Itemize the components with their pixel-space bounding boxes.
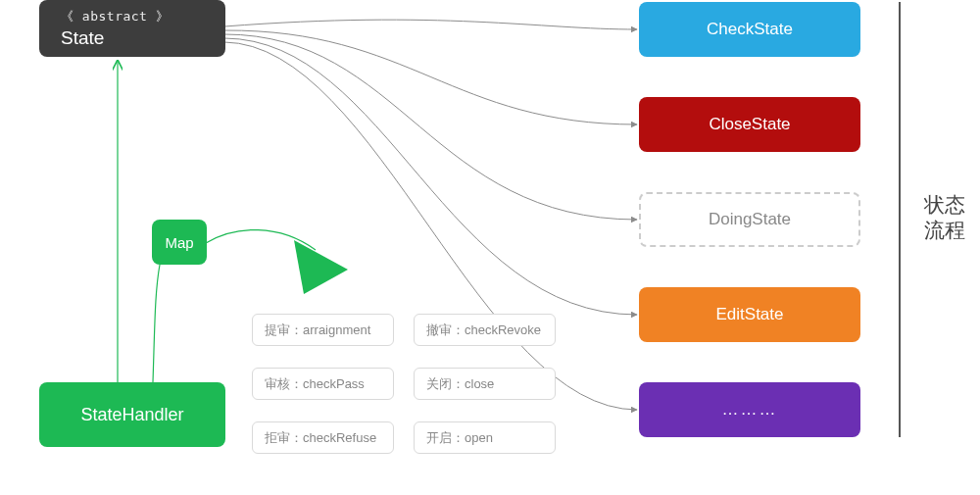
state-handler-label: StateHandler bbox=[80, 405, 183, 425]
method-pill-checkrefuse: 拒审：checkRefuse bbox=[252, 421, 394, 454]
method-en: checkPass bbox=[303, 376, 365, 391]
method-en: close bbox=[465, 376, 494, 391]
edit-state-box: EditState bbox=[639, 287, 860, 342]
close-state-box: CloseState bbox=[639, 97, 860, 152]
method-zh: 审核： bbox=[265, 375, 303, 393]
doing-state-label: DoingState bbox=[709, 210, 791, 229]
check-state-box: CheckState bbox=[639, 2, 860, 57]
method-pill-checkpass: 审核：checkPass bbox=[252, 368, 394, 400]
more-state-label: ……… bbox=[722, 400, 778, 420]
svg-marker-0 bbox=[294, 240, 348, 294]
method-pill-arraignment: 提审：arraignment bbox=[252, 314, 394, 346]
method-en: arraignment bbox=[303, 322, 370, 337]
check-state-label: CheckState bbox=[707, 20, 793, 39]
method-zh: 拒审： bbox=[265, 429, 303, 447]
method-zh: 撤审： bbox=[426, 322, 465, 339]
method-zh: 提审： bbox=[265, 322, 303, 339]
state-class-name: State bbox=[61, 27, 104, 49]
doing-state-box: DoingState bbox=[639, 192, 860, 247]
state-class-box: 《 abstract 》 State bbox=[39, 0, 225, 57]
more-state-box: ……… bbox=[639, 382, 860, 437]
method-en: checkRevoke bbox=[465, 322, 541, 337]
method-pill-checkrevoke: 撤审：checkRevoke bbox=[414, 314, 556, 346]
state-handler-box: StateHandler bbox=[39, 382, 225, 447]
method-pill-close: 关闭：close bbox=[414, 368, 556, 400]
method-en: open bbox=[465, 430, 493, 445]
side-label-line2: 流程 bbox=[924, 218, 965, 243]
vertical-divider bbox=[899, 2, 901, 437]
map-label: Map bbox=[165, 234, 193, 251]
close-state-label: CloseState bbox=[709, 115, 790, 134]
method-pill-open: 开启：open bbox=[414, 421, 556, 454]
method-zh: 开启： bbox=[426, 429, 465, 447]
side-label: 状态 流程 bbox=[924, 192, 965, 244]
side-label-line1: 状态 bbox=[924, 192, 965, 218]
edit-state-label: EditState bbox=[716, 305, 784, 324]
map-box: Map bbox=[152, 220, 207, 265]
method-zh: 关闭： bbox=[426, 375, 465, 393]
method-en: checkRefuse bbox=[303, 430, 376, 445]
state-stereotype: 《 abstract 》 bbox=[61, 8, 169, 25]
